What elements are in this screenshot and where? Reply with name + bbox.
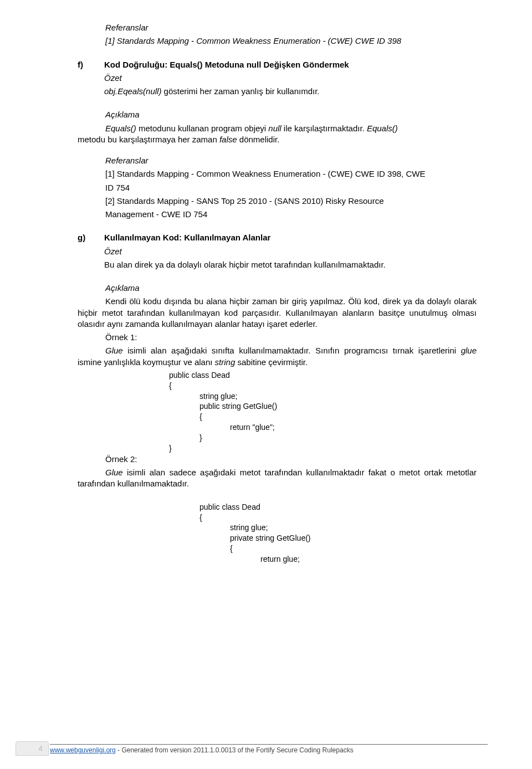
page-number: 4: [38, 744, 43, 754]
code-line: {: [230, 544, 477, 554]
code-line: {: [169, 381, 477, 391]
ref-f-1a: [1] Standards Mapping - Common Weakness …: [105, 168, 477, 180]
ozet-text-g: Bu alan direk ya da dolaylı olarak hiçbi…: [104, 259, 477, 270]
page-number-tab: 4: [16, 741, 49, 756]
references-header-f: Referanslar: [105, 155, 477, 166]
list-marker-g: g): [78, 232, 85, 243]
ozet-label-g: Özet: [104, 246, 477, 257]
ozet-label: Özet: [104, 73, 477, 84]
code-block-2: public class Dead { string glue; private…: [200, 502, 477, 565]
ornek1-text: Glue isimli alan aşağıdaki sınıfta kulla…: [78, 345, 477, 368]
ornek1-label: Örnek 1:: [105, 332, 477, 343]
aciklama-text-f: Equals() metodunu kullanan program objey…: [78, 123, 477, 146]
ornek2-text: Glue isimli alan sadece aşağıdaki metot …: [78, 467, 477, 490]
footer-rest: - Generated from version 2011.1.0.0013 o…: [116, 746, 354, 754]
code-line: public class Dead: [200, 502, 477, 512]
code-line: public class Dead: [169, 370, 477, 381]
list-marker-f: f): [78, 59, 83, 70]
aciklama-label-g: Açıklama: [105, 283, 477, 294]
code-line: }: [200, 433, 477, 443]
code-line: private string GetGlue(): [230, 533, 477, 544]
ozet-text-f: obj.Eqeals(null) gösterimi her zaman yan…: [104, 86, 477, 97]
code-line: return "glue";: [230, 422, 477, 433]
section-g-title: Kullanılmayan Kod: Kullanılmayan Alanlar: [104, 232, 477, 243]
ref-f-1b: ID 754: [105, 182, 477, 193]
references-header: Referanslar: [105, 22, 477, 33]
ornek2-label: Örnek 2:: [105, 454, 477, 465]
top-reference: [1] Standards Mapping - Common Weakness …: [105, 35, 477, 47]
code-line: {: [200, 512, 477, 523]
footer-link[interactable]: www.webguvenligi.org: [50, 746, 116, 754]
ref-f-2b: Management - CWE ID 754: [105, 209, 477, 220]
code-line: }: [169, 443, 477, 454]
code-line: string glue;: [200, 391, 477, 402]
code-line: return glue;: [260, 554, 477, 565]
page-footer: 4 www.webguvenligi.org - Generated from …: [0, 741, 532, 758]
section-f-title: Kod Doğruluğu: Equals() Metoduna null De…: [104, 59, 477, 70]
ref-f-2a: [2] Standards Mapping - SANS Top 25 2010…: [105, 196, 477, 207]
code-line: {: [200, 412, 477, 422]
code-line: public string GetGlue(): [200, 401, 477, 412]
code-line: string glue;: [230, 522, 477, 533]
aciklama-label-f: Açıklama: [105, 109, 477, 120]
code-block-1: public class Dead { string glue; public …: [169, 370, 477, 454]
footer-text: www.webguvenligi.org - Generated from ve…: [50, 744, 488, 755]
aciklama-p1-g: Kendi ölü kodu dışında bu alana hiçbir z…: [78, 296, 477, 330]
